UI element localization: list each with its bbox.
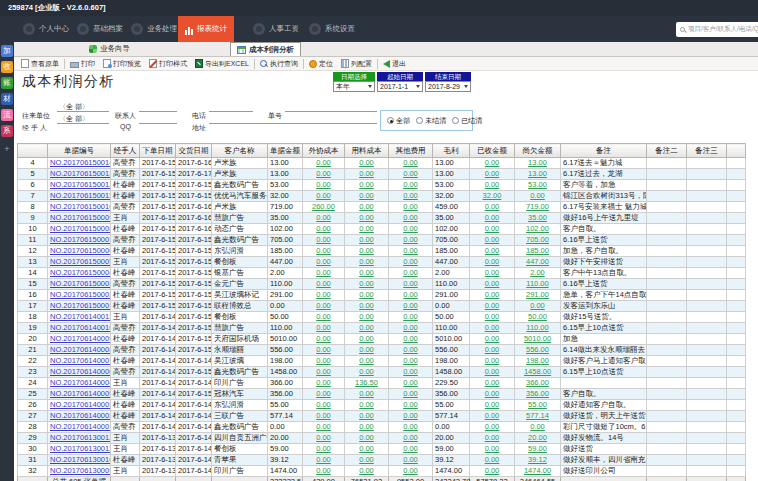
toolbar-button-1[interactable]: 打印: [66, 58, 99, 70]
order-link[interactable]: NO.201706140007: [50, 356, 111, 365]
amount-link[interactable]: 0.00: [316, 367, 331, 376]
nav-item-5[interactable]: 系统设置: [302, 16, 362, 42]
tab-business-wizard[interactable]: 业务向导: [83, 42, 136, 56]
toolbar-button-7[interactable]: 列配置: [337, 58, 376, 70]
amount-link[interactable]: 719.00: [526, 202, 549, 211]
order-link[interactable]: NO.201706150009: [50, 213, 111, 222]
table-row[interactable]: 28NO.201706140001高莹乔2017-6-142017-6-14鑫光…: [18, 422, 746, 433]
amount-link[interactable]: 0.00: [403, 345, 418, 354]
table-row[interactable]: 15NO.201706150003高莹乔2017-6-152017-6-15金元…: [18, 279, 746, 290]
amount-link[interactable]: 0.00: [316, 312, 331, 321]
amount-link[interactable]: 0.00: [485, 279, 500, 288]
amount-link[interactable]: 0.00: [316, 433, 331, 442]
amount-link[interactable]: 1474.00: [524, 466, 551, 475]
amount-link[interactable]: 0.00: [316, 323, 331, 332]
order-link[interactable]: NO.201706140001: [50, 422, 111, 431]
amount-link[interactable]: 0.00: [316, 466, 331, 475]
amount-link[interactable]: 0.00: [403, 301, 418, 310]
column-header[interactable]: 经手人: [111, 144, 140, 158]
order-link[interactable]: NO.201706150004: [50, 268, 111, 277]
amount-link[interactable]: 0.00: [485, 268, 500, 277]
amount-link[interactable]: 0.00: [485, 180, 500, 189]
amount-link[interactable]: 13.00: [528, 158, 547, 167]
order-link[interactable]: NO.201706150001: [50, 301, 111, 310]
order-link[interactable]: NO.201706150007: [50, 235, 111, 244]
amount-link[interactable]: 0.00: [485, 169, 500, 178]
amount-link[interactable]: 0.00: [359, 356, 374, 365]
amount-link[interactable]: 0.00: [485, 466, 500, 475]
amount-link[interactable]: 0.00: [403, 400, 418, 409]
order-link[interactable]: NO.201706150011: [50, 191, 111, 200]
nav-item-1[interactable]: 基础档案: [70, 16, 130, 42]
order-link[interactable]: NO.201706150013: [50, 169, 111, 178]
amount-link[interactable]: 577.14: [526, 411, 549, 420]
amount-link[interactable]: 0.00: [485, 389, 500, 398]
amount-link[interactable]: 0.00: [316, 224, 331, 233]
quick-button-2[interactable]: 账: [1, 77, 13, 89]
amount-link[interactable]: 53.00: [528, 180, 547, 189]
amount-link[interactable]: 0.00: [403, 367, 418, 376]
table-row[interactable]: 4NO.201706150014高莹乔2017-6-152017-6-16卢米族…: [18, 158, 746, 169]
quick-button-4[interactable]: 流: [1, 109, 13, 121]
amount-link[interactable]: 705.00: [526, 235, 549, 244]
grid-header-row[interactable]: 单据编号经手人下单日期交货日期客户名称单据金额外协成本用料成本其他费用毛利已收金…: [18, 144, 746, 158]
amount-link[interactable]: 0.00: [316, 257, 331, 266]
summary-row[interactable]: 总共 605 张单据322222.5439.0076531.929552.002…: [18, 477, 746, 481]
order-link[interactable]: NO.201706130010: [50, 455, 111, 464]
amount-link[interactable]: 291.00: [526, 290, 549, 299]
global-search-input[interactable]: 项目/客户/联系人/电话/Q: [676, 22, 758, 37]
column-header[interactable]: 毛利: [433, 144, 470, 158]
amount-link[interactable]: 0.00: [403, 433, 418, 442]
order-link[interactable]: NO.201706140009: [50, 334, 111, 343]
toolbar-button-5[interactable]: 执行查询: [256, 58, 302, 70]
amount-link[interactable]: 0.00: [316, 246, 331, 255]
column-header[interactable]: [18, 144, 48, 158]
order-link[interactable]: NO.201706150005: [50, 257, 111, 266]
table-row[interactable]: 16NO.201706150002杜春峰2017-6-152017-6-15吴江…: [18, 290, 746, 301]
order-link[interactable]: NO.201706150002: [50, 290, 111, 299]
quick-button-0[interactable]: 加: [1, 45, 13, 57]
toolbar-button-0[interactable]: 查看原单: [17, 58, 63, 70]
amount-link[interactable]: 0.00: [485, 235, 500, 244]
amount-link[interactable]: 0.00: [316, 411, 331, 420]
column-header[interactable]: 用料成本: [345, 144, 389, 158]
amount-link[interactable]: 0.00: [316, 356, 331, 365]
amount-link[interactable]: 55.00: [528, 400, 547, 409]
amount-link[interactable]: 0.00: [359, 433, 374, 442]
toolbar-button-8[interactable]: 退出: [379, 58, 410, 70]
amount-link[interactable]: 0.00: [485, 213, 500, 222]
amount-link[interactable]: 0.00: [359, 400, 374, 409]
table-row[interactable]: 5NO.201706150013高莹乔2017-6-152017-6-17卢米族…: [18, 169, 746, 180]
order-link[interactable]: NO.201706130009: [50, 466, 111, 475]
column-header[interactable]: 尚欠金额: [515, 144, 561, 158]
amount-link[interactable]: 0.00: [359, 213, 374, 222]
amount-link[interactable]: 0.00: [403, 246, 418, 255]
amount-link[interactable]: 0.00: [485, 334, 500, 343]
nav-item-4[interactable]: 人事工资: [246, 16, 306, 42]
amount-link[interactable]: 0.00: [485, 224, 500, 233]
tab-cost-profit-analysis[interactable]: 成本利润分析: [230, 42, 301, 56]
amount-link[interactable]: 0.00: [316, 235, 331, 244]
amount-link[interactable]: 0.00: [359, 444, 374, 453]
amount-link[interactable]: 0.00: [403, 334, 418, 343]
table-row[interactable]: 27NO.201706140002杜春峰2017-6-142017-6-14三联…: [18, 411, 746, 422]
order-link[interactable]: NO.201706140005: [50, 389, 111, 398]
amount-link[interactable]: 20.00: [528, 433, 547, 442]
amount-link[interactable]: 0.00: [359, 455, 374, 464]
order-link[interactable]: NO.201706140006: [50, 367, 111, 376]
amount-link[interactable]: 0.00: [316, 345, 331, 354]
amount-link[interactable]: 102.00: [526, 224, 549, 233]
radio-settled[interactable]: 已结清: [452, 116, 482, 126]
amount-link[interactable]: 0.00: [359, 411, 374, 420]
order-link[interactable]: NO.201706140010: [50, 323, 111, 332]
amount-link[interactable]: 0.00: [403, 323, 418, 332]
amount-link[interactable]: 0.00: [316, 400, 331, 409]
amount-link[interactable]: 0.00: [359, 422, 374, 431]
amount-link[interactable]: 0.00: [530, 301, 545, 310]
address-input[interactable]: [209, 114, 377, 124]
table-row[interactable]: 24NO.201706140004王肖2017-6-142017-6-14印川广…: [18, 378, 746, 389]
amount-link[interactable]: 0.00: [485, 345, 500, 354]
amount-link[interactable]: 0.00: [403, 158, 418, 167]
column-header[interactable]: [727, 144, 746, 158]
table-row[interactable]: 25NO.201706140005杜春峰2017-6-142017-6-15冠林…: [18, 389, 746, 400]
